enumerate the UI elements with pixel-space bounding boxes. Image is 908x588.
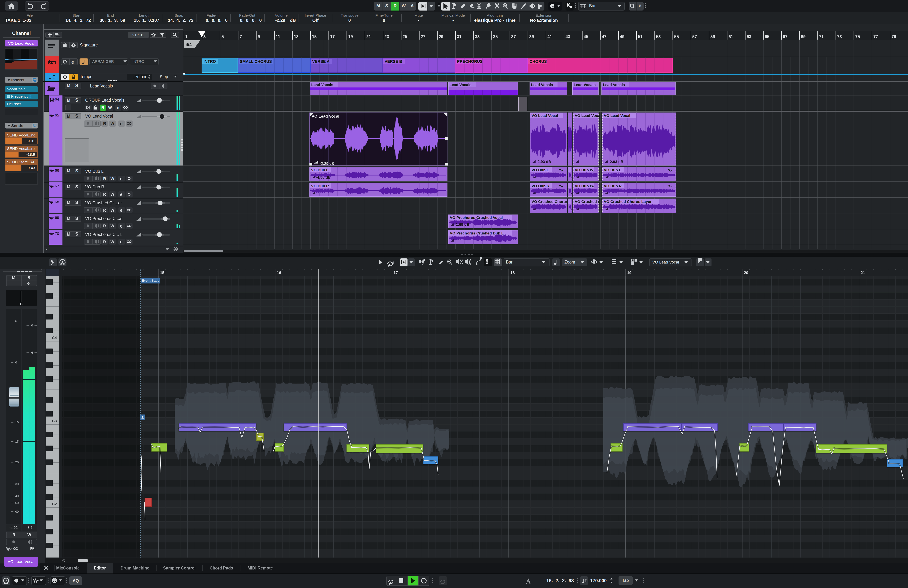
svg-text:3: 3 [203, 34, 206, 39]
svg-text:39: 39 [530, 34, 534, 39]
svg-text:17: 17 [330, 34, 335, 39]
svg-text:19: 19 [627, 270, 631, 275]
svg-text:51: 51 [638, 34, 643, 39]
svg-text:e: e [117, 105, 119, 110]
svg-text:43: 43 [565, 34, 570, 39]
svg-text:55: 55 [674, 34, 679, 39]
svg-text:S: S [61, 260, 64, 265]
svg-text:25: 25 [402, 34, 407, 39]
svg-text:30: 30 [15, 482, 19, 486]
svg-text:71: 71 [819, 34, 824, 39]
svg-text:75: 75 [855, 34, 860, 39]
svg-text:61: 61 [729, 34, 733, 39]
svg-text:50: 50 [15, 501, 19, 505]
svg-text:e: e [120, 121, 122, 126]
svg-text:23: 23 [385, 34, 389, 39]
svg-text:21: 21 [861, 270, 865, 275]
svg-text:69: 69 [801, 34, 806, 39]
svg-text:13: 13 [294, 34, 299, 39]
svg-text:20: 20 [744, 270, 748, 275]
svg-text:11: 11 [276, 34, 280, 39]
svg-text:19: 19 [348, 34, 353, 39]
svg-text:63: 63 [747, 34, 751, 39]
svg-text:9: 9 [258, 34, 260, 39]
svg-text:59: 59 [710, 34, 715, 39]
svg-text:15: 15 [160, 270, 164, 275]
svg-text:73: 73 [837, 34, 842, 39]
svg-text:49: 49 [620, 34, 625, 39]
svg-text:C2: C2 [52, 502, 57, 506]
svg-text:27: 27 [420, 34, 425, 39]
svg-text:77: 77 [873, 34, 878, 39]
svg-text:47: 47 [602, 34, 607, 39]
svg-text:4/4: 4/4 [185, 42, 192, 47]
svg-text:16: 16 [277, 270, 281, 275]
svg-text:e: e [120, 207, 122, 213]
svg-text:0: 0 [31, 324, 33, 327]
svg-text:53: 53 [656, 34, 661, 39]
svg-text:1: 1 [185, 34, 188, 39]
svg-text:15: 15 [312, 34, 317, 39]
svg-text:+: + [194, 41, 196, 45]
svg-text:20: 20 [15, 461, 19, 464]
svg-text:18: 18 [510, 270, 515, 275]
svg-text:C4: C4 [52, 336, 57, 340]
svg-text:41: 41 [547, 34, 552, 39]
svg-text:e: e [120, 239, 122, 244]
svg-text:79: 79 [892, 34, 896, 39]
svg-text:0: 0 [15, 361, 17, 364]
svg-text:21: 21 [366, 34, 371, 39]
svg-text:6: 6 [31, 351, 33, 354]
svg-text:6: 6 [15, 320, 17, 323]
svg-text:37: 37 [511, 34, 516, 39]
svg-text:65: 65 [765, 34, 770, 39]
svg-text:00: 00 [15, 510, 19, 513]
svg-text:e: e [120, 176, 122, 181]
svg-text:45: 45 [584, 34, 588, 39]
svg-text:e: e [27, 281, 30, 286]
svg-text:33: 33 [475, 34, 480, 39]
svg-text:31: 31 [457, 34, 462, 39]
svg-text:67: 67 [783, 34, 787, 39]
svg-text:10: 10 [15, 421, 19, 424]
svg-text:17: 17 [393, 270, 398, 275]
svg-text:e: e [120, 192, 122, 197]
svg-text:57: 57 [692, 34, 697, 39]
svg-text:40: 40 [15, 494, 19, 498]
svg-text:e: e [71, 59, 74, 65]
svg-text:C3: C3 [52, 419, 57, 423]
svg-text:35: 35 [493, 34, 498, 39]
svg-text:e: e [120, 223, 122, 228]
svg-text:5: 5 [221, 34, 224, 39]
svg-text:7: 7 [240, 34, 242, 39]
svg-text:29: 29 [439, 34, 443, 39]
svg-text:15: 15 [15, 440, 19, 443]
